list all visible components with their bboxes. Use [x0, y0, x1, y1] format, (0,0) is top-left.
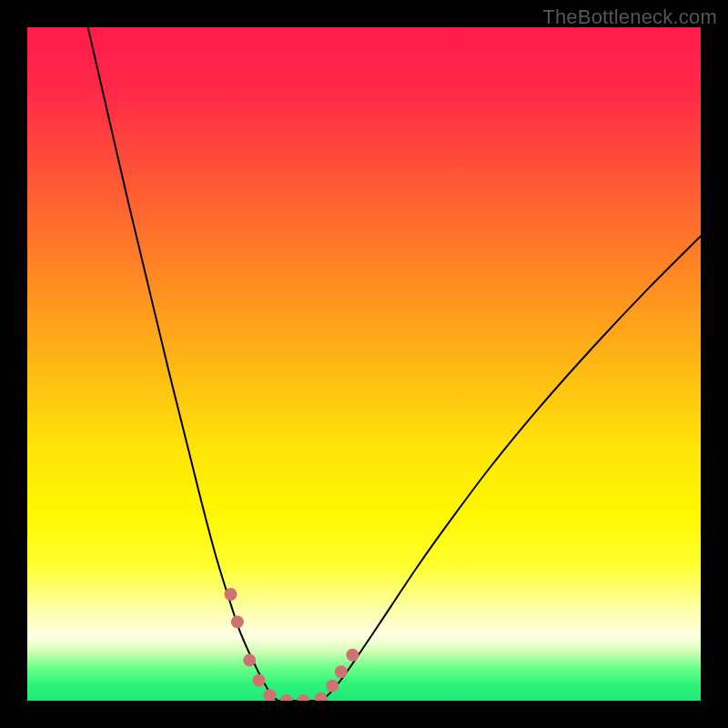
- threshold-dot: [231, 615, 244, 628]
- threshold-dot: [335, 665, 348, 678]
- outer-frame: TheBottleneck.com: [0, 0, 728, 728]
- threshold-dot: [243, 654, 256, 667]
- chart-background: [27, 27, 701, 701]
- plot-area: [27, 27, 701, 701]
- threshold-dot: [253, 674, 266, 687]
- threshold-dot: [326, 680, 339, 693]
- threshold-dot: [346, 649, 359, 662]
- threshold-dot: [224, 588, 237, 601]
- watermark-text: TheBottleneck.com: [542, 5, 717, 29]
- chart-svg: [27, 27, 701, 701]
